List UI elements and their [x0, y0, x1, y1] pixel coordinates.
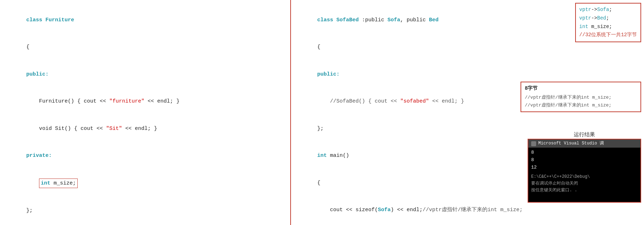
- right-panel: vptr->Sofa; vptr->Bed; int m_size; //32位…: [291, 0, 644, 225]
- int-msize-highlight: int m_size;: [39, 179, 78, 188]
- terminal-title: Microsoft Visual Studio 调: [538, 140, 604, 147]
- run-result-label: 运行结果: [528, 131, 641, 138]
- code-line-7: int m_size;: [7, 169, 283, 197]
- ann-8-title: 8字节: [525, 84, 637, 93]
- terminal-box: Microsoft Visual Studio 调 8 8 12 E:\C&C+…: [528, 139, 641, 203]
- terminal-output-12: 12: [531, 164, 638, 171]
- class-furniture: Furniture: [45, 17, 74, 23]
- run-result-container: 运行结果 Microsoft Visual Studio 调 8 8 12 E:…: [528, 131, 641, 203]
- code-line-4: Furniture() { cout << "furniture" << end…: [7, 88, 283, 115]
- terminal-body: 8 8 12 E:\C&C++\C++2022\Debug\ 要在调试停止时自动…: [528, 148, 640, 195]
- code-line-3: public:: [7, 61, 283, 88]
- terminal-note2: 按任意键关闭此窗口. .: [531, 187, 638, 194]
- terminal-titlebar: Microsoft Visual Studio 调: [528, 139, 640, 148]
- terminal-note1: 要在调试停止时自动关闭: [531, 180, 638, 187]
- terminal-output-8b: 8: [531, 157, 638, 164]
- ann-8-line1: //vptr虚指针/继承下来的int m_size;: [525, 94, 637, 101]
- ann-vptr-sofa: vptr->Sofa;: [579, 6, 637, 14]
- annotation-top-right: vptr->Sofa; vptr->Bed; int m_size; //32位…: [575, 3, 641, 42]
- code-line-5: void Sit() { cout << "Sit" << endl; }: [7, 115, 283, 142]
- right-line-9: cout << sizeof(Bed) << endl; //vptr虚指针/继…: [298, 224, 637, 225]
- ann-int-msize: int m_size;: [579, 23, 637, 31]
- code-line-2: {: [7, 34, 283, 61]
- terminal-icon: [531, 141, 536, 146]
- terminal-path: E:\C&C++\C++2022\Debug\: [531, 174, 638, 180]
- code-line-6: private:: [7, 142, 283, 170]
- code-line-8: };: [7, 197, 283, 225]
- code-line-1: class Furniture: [7, 6, 283, 34]
- annotation-8-bytes: 8字节 //vptr虚指针/继承下来的int m_size; //vptr虚指针…: [521, 82, 641, 112]
- left-panel: class Furniture { public: Furniture() { …: [0, 0, 291, 225]
- terminal-output-8a: 8: [531, 149, 638, 157]
- ann-8-line2: //vptr虚指针/继承下来的int m_size;: [525, 101, 637, 109]
- ann-32bit-comment: //32位系统下一共12字节: [579, 31, 637, 39]
- ann-vptr-bed: vptr->Bed;: [579, 14, 637, 23]
- keyword-class: class: [26, 17, 45, 23]
- left-code-block: class Furniture { public: Furniture() { …: [7, 6, 283, 225]
